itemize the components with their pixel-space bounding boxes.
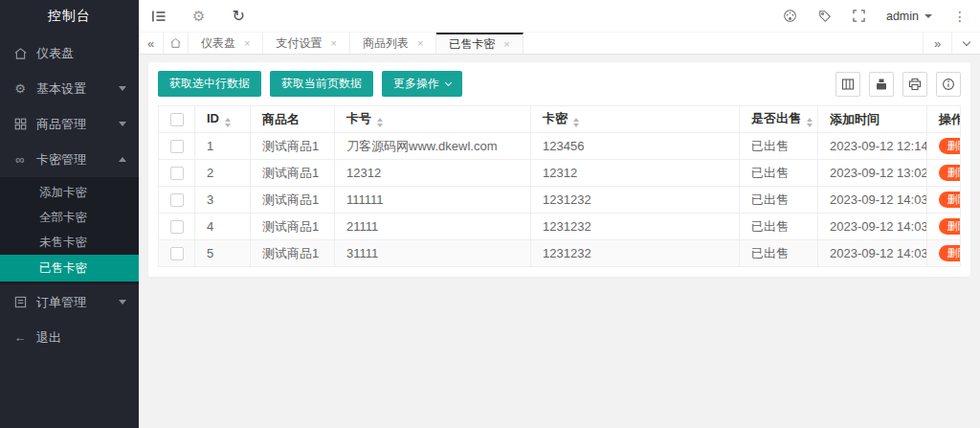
- chevron-down-icon: [119, 122, 126, 126]
- topbar: ⚙ ↻ admin ⋮: [139, 0, 980, 32]
- card-management-submenu: 添加卡密 全部卡密 未售卡密 已售卡密: [0, 177, 139, 284]
- print-icon[interactable]: [902, 72, 927, 97]
- logout-arrow-icon: ←: [12, 330, 28, 345]
- cell-sold: 已出售: [740, 160, 818, 187]
- tab-payment-settings[interactable]: 支付设置 ×: [263, 33, 349, 54]
- user-dropdown[interactable]: admin: [886, 10, 932, 23]
- delete-button[interactable]: 删除: [939, 218, 961, 235]
- sort-icon[interactable]: [807, 118, 813, 127]
- row-checkbox[interactable]: [170, 193, 184, 207]
- table-row: 1 测试商品1 刀客源码网www.dkewl.com 123456 已出售 20…: [159, 133, 961, 160]
- table-card: 获取选中行数据 获取当前页数据 更多操作: [148, 62, 970, 277]
- main-area: ⚙ ↻ admin ⋮ «: [139, 0, 980, 428]
- tabbar-right-controls: »: [923, 33, 980, 54]
- clear-cache-gear-icon[interactable]: ⚙: [192, 9, 205, 23]
- get-selected-rows-button[interactable]: 获取选中行数据: [158, 71, 261, 97]
- sidebar-item-dashboard[interactable]: 仪表盘: [0, 35, 139, 71]
- sidebar-item-order-management[interactable]: 订单管理: [0, 284, 139, 320]
- sidebar-item-card-management[interactable]: ∞ 卡密管理: [0, 142, 139, 177]
- more-actions-label: 更多操作: [393, 76, 439, 92]
- tab-sold-cards[interactable]: 已售卡密 ×: [436, 33, 523, 54]
- submenu-item-unsold-cards[interactable]: 未售卡密: [0, 230, 139, 255]
- export-icon[interactable]: [869, 72, 894, 97]
- close-icon[interactable]: ×: [417, 37, 423, 49]
- refresh-icon[interactable]: ↻: [232, 9, 244, 24]
- kebab-menu-icon[interactable]: ⋮: [953, 10, 967, 23]
- cell-action: 删除: [927, 240, 961, 267]
- app-window: 控制台 仪表盘 ⚙ 基本设置 商品管理 ∞: [0, 0, 980, 428]
- sidebar-item-basic-settings[interactable]: ⚙ 基本设置: [0, 71, 139, 106]
- cell-action: 删除: [927, 160, 961, 187]
- get-current-page-button[interactable]: 获取当前页数据: [270, 71, 373, 97]
- more-actions-button[interactable]: 更多操作: [382, 71, 462, 97]
- tabs-menu-chevron-icon[interactable]: [951, 33, 980, 54]
- row-checkbox[interactable]: [170, 247, 184, 260]
- delete-button[interactable]: 删除: [939, 138, 961, 154]
- sort-icon[interactable]: [377, 118, 383, 127]
- cell-product: 测试商品1: [251, 214, 335, 240]
- tab-dashboard[interactable]: 仪表盘 ×: [189, 33, 263, 54]
- cell-id: 5: [195, 240, 251, 267]
- toolbar-button-group: 获取选中行数据 获取当前页数据 更多操作: [158, 71, 471, 97]
- gear-icon: ⚙: [12, 81, 28, 96]
- col-id: ID: [195, 106, 251, 133]
- fullscreen-icon[interactable]: [853, 10, 865, 22]
- sidebar-item-label: 卡密管理: [36, 151, 110, 169]
- filter-columns-icon[interactable]: [835, 72, 860, 97]
- tabs-scroll-right-icon[interactable]: »: [923, 33, 951, 54]
- submenu-item-all-cards[interactable]: 全部卡密: [0, 205, 139, 230]
- tabbar: « 仪表盘 × 支付设置 × 商品列表 × 已售卡密 × »: [139, 32, 980, 55]
- close-icon[interactable]: ×: [503, 38, 509, 50]
- cell-sold: 已出售: [740, 240, 818, 267]
- cell-card-no: 21111: [335, 214, 531, 240]
- info-icon[interactable]: [936, 72, 961, 97]
- submenu-item-add-card[interactable]: 添加卡密: [0, 180, 139, 205]
- row-checkbox[interactable]: [170, 167, 184, 180]
- cell-action: 删除: [927, 187, 961, 214]
- row-checkbox[interactable]: [170, 220, 184, 234]
- tabs-scroll-left-icon[interactable]: «: [139, 33, 164, 54]
- order-list-icon: [12, 296, 28, 308]
- sort-icon[interactable]: [573, 118, 579, 127]
- cell-product: 测试商品1: [251, 133, 335, 160]
- delete-button[interactable]: 删除: [939, 165, 961, 181]
- caret-down-icon: [924, 14, 932, 18]
- cell-action: 删除: [927, 133, 961, 160]
- select-all-checkbox[interactable]: [170, 113, 184, 126]
- cell-card-no: 31111: [335, 240, 531, 267]
- delete-button[interactable]: 删除: [939, 245, 961, 261]
- close-icon[interactable]: ×: [330, 37, 336, 49]
- tag-icon[interactable]: [818, 10, 832, 23]
- col-action: 操作: [927, 106, 961, 133]
- table-row: 4 测试商品1 21111 1231232 已出售 2023-09-12 14:…: [159, 214, 961, 240]
- cell-sold: 已出售: [740, 214, 818, 240]
- tab-label: 商品列表: [363, 35, 409, 52]
- cell-card-no: 刀客源码网www.dkewl.com: [335, 133, 531, 160]
- sidebar-item-label: 商品管理: [36, 116, 110, 133]
- cell-card-secret: 123456: [531, 133, 740, 160]
- row-checkbox[interactable]: [170, 140, 184, 153]
- content-area: 获取选中行数据 获取当前页数据 更多操作: [139, 55, 980, 428]
- sidebar-item-label: 订单管理: [36, 294, 110, 311]
- home-icon: [12, 47, 28, 60]
- sort-icon[interactable]: [225, 118, 231, 127]
- table-row: 5 测试商品1 31111 1231232 已出售 2023-09-12 14:…: [159, 240, 961, 267]
- cell-card-secret: 1231232: [531, 214, 740, 240]
- chevron-down-icon: [119, 86, 126, 91]
- table-header-row: ID 商品名 卡号 卡密 是否出售 添加时间 操作: [159, 106, 961, 133]
- cell-product: 测试商品1: [251, 240, 335, 267]
- col-card-secret: 卡密: [531, 106, 740, 133]
- tab-product-list[interactable]: 商品列表 ×: [350, 33, 436, 54]
- theme-palette-icon[interactable]: [783, 9, 797, 23]
- cell-card-secret: 1231232: [531, 240, 740, 267]
- collapse-sidebar-icon[interactable]: [152, 11, 166, 22]
- tab-label: 已售卡密: [449, 36, 495, 53]
- home-tab[interactable]: [164, 33, 189, 54]
- submenu-item-sold-cards[interactable]: 已售卡密: [0, 255, 139, 282]
- delete-button[interactable]: 删除: [939, 191, 961, 208]
- sidebar-item-logout[interactable]: ← 退出: [0, 320, 139, 355]
- cell-sold: 已出售: [740, 133, 818, 160]
- close-icon[interactable]: ×: [244, 37, 250, 49]
- sidebar-item-product-management[interactable]: 商品管理: [0, 106, 139, 142]
- cell-added-at: 2023-09-12 13:02:03: [818, 160, 927, 187]
